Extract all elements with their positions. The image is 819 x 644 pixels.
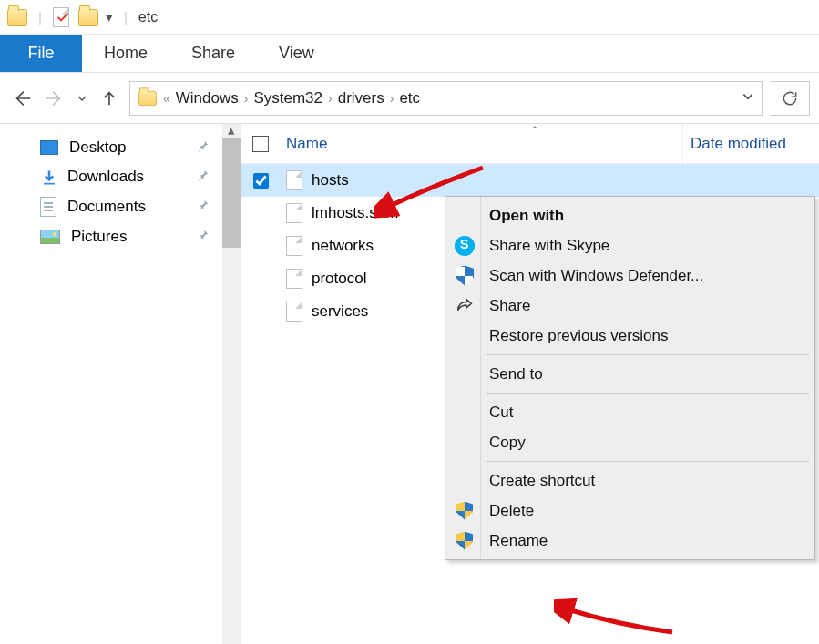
address-dropdown[interactable]: [742, 90, 754, 106]
tab-share[interactable]: Share: [169, 35, 257, 72]
file-icon: [286, 269, 302, 289]
select-all-checkbox[interactable]: [241, 136, 281, 152]
ribbon-tabs: File Home Share View: [0, 35, 819, 73]
file-name: services: [312, 302, 368, 321]
nav-scrollbar[interactable]: ▴: [222, 124, 241, 644]
context-delete[interactable]: Delete: [447, 496, 813, 526]
menu-label: Restore previous versions: [489, 327, 669, 345]
file-row-hosts[interactable]: hosts: [241, 164, 819, 197]
breadcrumb-item[interactable]: Windows: [176, 89, 239, 107]
menu-label: Open with: [489, 207, 564, 225]
tab-view[interactable]: View: [257, 35, 336, 72]
sidebar-item-desktop[interactable]: Desktop: [0, 133, 222, 162]
pin-icon: [197, 138, 210, 157]
forward-button[interactable]: [42, 86, 67, 111]
documents-icon: [40, 197, 56, 217]
breadcrumb-item[interactable]: drivers: [338, 89, 384, 107]
file-name: networks: [312, 237, 374, 255]
context-open-with[interactable]: Open with: [447, 200, 813, 230]
menu-label: Rename: [489, 532, 548, 550]
context-create-shortcut[interactable]: Create shortcut: [447, 465, 813, 496]
recent-locations-dropdown[interactable]: [75, 86, 89, 111]
sidebar-item-documents[interactable]: Documents: [0, 191, 222, 222]
menu-label: Share with Skype: [489, 237, 609, 255]
downloads-icon: [40, 169, 56, 185]
desktop-icon: [40, 140, 58, 155]
context-share-skype[interactable]: Share with Skype: [447, 230, 813, 261]
file-tab[interactable]: File: [0, 35, 82, 72]
menu-label: Delete: [489, 502, 534, 520]
menu-label: Send to: [489, 365, 543, 383]
context-share[interactable]: Share: [447, 291, 813, 321]
file-icon: [286, 302, 302, 322]
sidebar-item-pictures[interactable]: Pictures: [0, 222, 222, 251]
sidebar-item-label: Downloads: [67, 168, 144, 186]
context-menu: Open with Share with Skype Scan with Win…: [445, 196, 815, 560]
context-restore-versions[interactable]: Restore previous versions: [447, 321, 813, 351]
titlebar: | ▾ | etc: [0, 0, 819, 35]
qat-check-icon[interactable]: [53, 7, 71, 27]
sidebar-item-label: Documents: [67, 198, 146, 216]
file-checkbox[interactable]: [253, 173, 269, 189]
chevron-right-icon[interactable]: ›: [244, 91, 249, 106]
menu-separator: [486, 393, 809, 394]
breadcrumb-item[interactable]: System32: [253, 89, 322, 107]
column-name[interactable]: Name: [281, 135, 682, 153]
breadcrumb-item[interactable]: etc: [399, 89, 420, 107]
menu-label: Cut: [489, 404, 513, 422]
svg-rect-0: [44, 183, 55, 185]
pictures-icon: [40, 230, 60, 244]
refresh-button[interactable]: [770, 81, 810, 116]
separator: |: [124, 9, 128, 25]
folder-icon-small[interactable]: [78, 9, 98, 26]
breadcrumb-overflow[interactable]: «: [163, 91, 170, 106]
context-cut[interactable]: Cut: [447, 397, 813, 427]
defender-shield-icon: [455, 266, 475, 286]
chevron-right-icon[interactable]: ›: [328, 91, 333, 106]
context-scan-defender[interactable]: Scan with Windows Defender...: [447, 261, 813, 291]
separator: |: [38, 9, 42, 25]
pin-icon: [197, 168, 210, 186]
file-name: lmhosts.sam: [312, 204, 398, 222]
file-icon: [286, 203, 302, 223]
scrollbar-thumb[interactable]: [222, 138, 241, 248]
window-title: etc: [138, 9, 158, 26]
file-name: hosts: [312, 171, 349, 189]
pin-icon: [197, 228, 210, 246]
up-button[interactable]: [97, 86, 122, 111]
qat-dropdown-icon[interactable]: ▾: [106, 9, 113, 26]
menu-separator: [486, 354, 809, 355]
chevron-right-icon[interactable]: ›: [390, 91, 394, 106]
navigation-pane: Desktop Downloads Documents Pictures: [0, 124, 222, 644]
sidebar-item-label: Pictures: [71, 228, 127, 246]
pin-icon: [197, 198, 210, 216]
skype-icon: [455, 236, 475, 256]
context-send-to[interactable]: Send to: [447, 359, 813, 389]
back-button[interactable]: [9, 86, 35, 111]
menu-label: Scan with Windows Defender...: [489, 267, 703, 285]
sidebar-item-downloads[interactable]: Downloads: [0, 162, 222, 191]
context-rename[interactable]: Rename: [447, 526, 813, 556]
file-name: protocol: [312, 270, 366, 288]
sort-ascending-icon: ⌃: [530, 124, 539, 137]
sidebar-item-label: Desktop: [69, 138, 126, 157]
folder-icon: [7, 9, 27, 26]
menu-label: Create shortcut: [489, 472, 595, 490]
column-date-modified[interactable]: Date modified: [682, 124, 819, 163]
menu-label: Copy: [489, 434, 526, 452]
folder-icon: [138, 90, 157, 105]
tab-home[interactable]: Home: [82, 35, 169, 72]
share-icon: [455, 296, 475, 316]
address-bar[interactable]: « Windows › System32 › drivers › etc: [129, 81, 763, 116]
uac-shield-icon: [455, 501, 475, 521]
menu-label: Share: [489, 297, 530, 315]
uac-shield-icon: [455, 531, 475, 551]
file-icon: [286, 170, 302, 190]
navigation-bar: « Windows › System32 › drivers › etc: [0, 73, 819, 124]
file-icon: [286, 236, 302, 256]
menu-separator: [486, 461, 809, 462]
context-copy[interactable]: Copy: [447, 427, 813, 457]
